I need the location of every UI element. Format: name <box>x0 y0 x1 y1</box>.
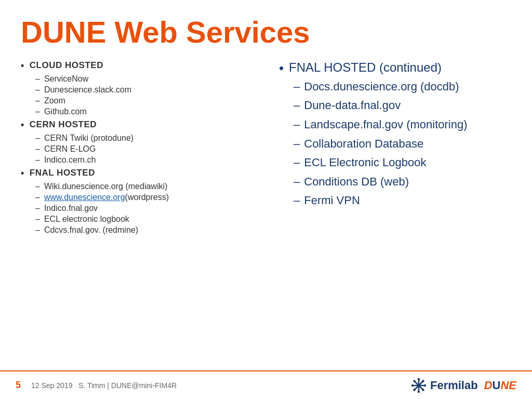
list-item: Cdcvs.fnal.gov. (redmine) <box>35 225 253 235</box>
right-bullet-list: FNAL HOSTED (continued) Docs.dunescience… <box>279 60 511 208</box>
footer-info: 12 Sep 2019 S. Timm | DUNE@mini-FIM4R <box>31 381 177 390</box>
footer-left: 5 12 Sep 2019 S. Timm | DUNE@mini-FIM4R <box>16 380 177 391</box>
slide: DUNE Web Services CLOUD HOSTED ServiceNo… <box>0 0 532 399</box>
svg-point-12 <box>413 389 415 391</box>
list-item: Conditions DB (web) <box>294 175 511 190</box>
list-item: Zoom <box>35 96 253 105</box>
footer: 5 12 Sep 2019 S. Timm | DUNE@mini-FIM4R <box>0 370 532 399</box>
dune-logo: DUNE <box>484 379 516 392</box>
cern-hosted-sublist: CERN Twiki (protodune) CERN E-LOG Indico… <box>35 134 253 165</box>
svg-point-8 <box>424 384 426 386</box>
svg-point-6 <box>418 390 420 392</box>
left-column: CLOUD HOSTED ServiceNow Dunescience.slac… <box>21 60 258 355</box>
list-item: Dune-data.fnal.gov <box>294 98 511 113</box>
fnal-hosted-item: FNAL HOSTED <box>21 168 253 179</box>
list-item: Indico.fnal.gov <box>35 204 253 213</box>
footer-right: Fermilab DUNE <box>410 377 516 394</box>
list-item: Dunescience.slack.com <box>35 85 253 95</box>
list-item: Wiki.dunescience.org (mediawiki) <box>35 182 253 191</box>
list-item: Indico.cern.ch <box>35 155 253 165</box>
dune-u: U <box>493 379 501 392</box>
list-item: ECL electronic logbook <box>35 215 253 224</box>
cloud-hosted-sublist: ServiceNow Dunescience.slack.com Zoom Gi… <box>35 74 253 116</box>
dune-d: D <box>484 379 493 392</box>
fnal-continued-sublist: Docs.dunescience.org (docdb) Dune-data.f… <box>294 79 511 208</box>
svg-point-5 <box>418 378 420 380</box>
cern-hosted-item: CERN HOSTED <box>21 119 253 130</box>
fnal-hosted-sublist: Wiki.dunescience.org (mediawiki) www.dun… <box>35 182 253 235</box>
slide-title: DUNE Web Services <box>21 16 511 49</box>
fermilab-text: Fermilab <box>430 379 478 392</box>
list-item: Fermi VPN <box>294 193 511 208</box>
svg-point-11 <box>422 380 424 382</box>
content-area: CLOUD HOSTED ServiceNow Dunescience.slac… <box>21 60 511 355</box>
list-item: Landscape.fnal.gov (monitoring) <box>294 117 511 132</box>
list-item: CERN Twiki (protodune) <box>35 134 253 143</box>
list-item: Docs.dunescience.org (docdb) <box>294 79 511 95</box>
fermilab-icon <box>410 377 427 394</box>
list-item: CERN E-LOG <box>35 144 253 154</box>
slide-number: 5 <box>16 380 21 391</box>
cloud-hosted-item: CLOUD HOSTED <box>21 60 253 71</box>
dune-ne: NE <box>500 379 516 392</box>
list-item: ECL Electronic Logbook <box>294 155 511 170</box>
left-bullet-list: CLOUD HOSTED ServiceNow Dunescience.slac… <box>21 60 253 235</box>
right-column: FNAL HOSTED (continued) Docs.dunescience… <box>269 60 511 355</box>
fnal-continued-item: FNAL HOSTED (continued) <box>279 60 511 76</box>
svg-point-9 <box>413 380 415 382</box>
list-item: ServiceNow <box>35 74 253 84</box>
list-item: www.dunescience.org (wordpress) <box>35 193 253 202</box>
list-item: Github.com <box>35 107 253 116</box>
svg-point-10 <box>422 389 424 391</box>
fermilab-logo: Fermilab <box>410 377 478 394</box>
svg-point-7 <box>411 384 414 386</box>
dunescience-link[interactable]: www.dunescience.org <box>44 193 125 202</box>
list-item: Collaboration Database <box>294 137 511 152</box>
